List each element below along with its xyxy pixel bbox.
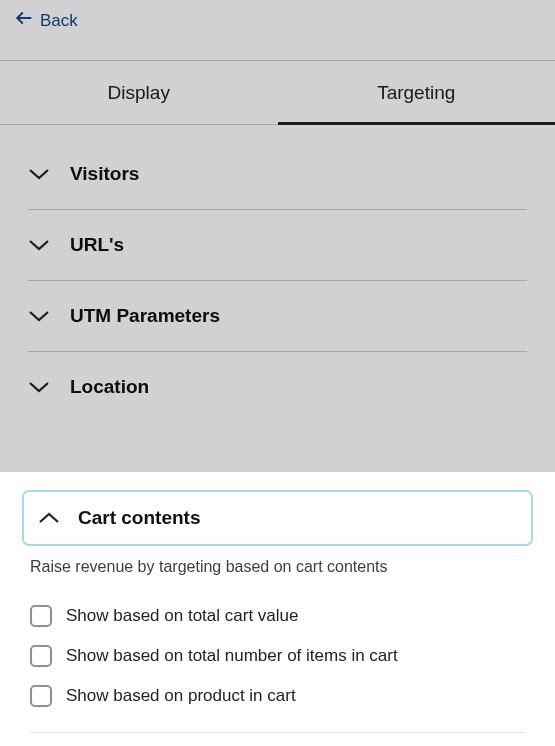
section-urls-title: URL's: [70, 234, 124, 256]
option-label: Show based on total number of items in c…: [66, 646, 398, 666]
cart-panel-description: Raise revenue by targeting based on cart…: [30, 558, 525, 576]
arrow-left-icon: [14, 8, 34, 33]
cart-contents-panel: Cart contents Raise revenue by targeting…: [0, 472, 555, 733]
section-location-title: Location: [70, 376, 149, 398]
back-label: Back: [40, 11, 78, 31]
section-urls[interactable]: URL's: [28, 210, 527, 281]
section-visitors-title: Visitors: [70, 163, 139, 185]
chevron-down-icon: [28, 234, 50, 256]
chevron-down-icon: [28, 305, 50, 327]
option-label: Show based on total cart value: [66, 606, 298, 626]
option-product-in-cart[interactable]: Show based on product in cart: [30, 676, 525, 716]
divider: [30, 732, 525, 733]
section-utm-title: UTM Parameters: [70, 305, 220, 327]
option-label: Show based on product in cart: [66, 686, 296, 706]
checkbox[interactable]: [30, 685, 52, 707]
option-total-cart-value[interactable]: Show based on total cart value: [30, 596, 525, 636]
section-utm[interactable]: UTM Parameters: [28, 281, 527, 352]
section-cart-contents[interactable]: Cart contents: [22, 490, 533, 546]
tab-display[interactable]: Display: [0, 61, 278, 124]
tab-display-label: Display: [108, 82, 170, 104]
tab-targeting[interactable]: Targeting: [278, 61, 556, 124]
section-visitors[interactable]: Visitors: [28, 145, 527, 210]
checkbox[interactable]: [30, 645, 52, 667]
section-location[interactable]: Location: [28, 352, 527, 422]
option-total-items[interactable]: Show based on total number of items in c…: [30, 636, 525, 676]
section-cart-title: Cart contents: [78, 507, 200, 529]
back-button[interactable]: Back: [14, 8, 78, 33]
chevron-up-icon: [38, 507, 60, 529]
chevron-down-icon: [28, 163, 50, 185]
tab-targeting-label: Targeting: [377, 82, 455, 104]
checkbox[interactable]: [30, 605, 52, 627]
chevron-down-icon: [28, 376, 50, 398]
